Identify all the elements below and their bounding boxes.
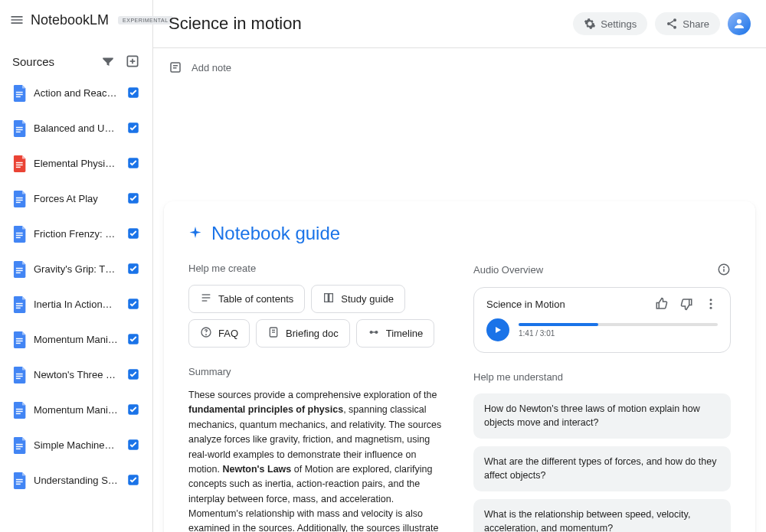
add-source-button[interactable] (125, 54, 140, 69)
checkbox-checked-icon[interactable] (126, 227, 140, 240)
svg-rect-13 (16, 167, 21, 168)
svg-rect-29 (16, 308, 21, 308)
filter-button[interactable] (100, 54, 116, 69)
source-item[interactable]: Newton's Three Laws… (0, 357, 152, 392)
svg-rect-9 (16, 132, 21, 132)
checkbox-checked-icon[interactable] (126, 191, 140, 205)
play-button[interactable] (486, 318, 509, 341)
svg-point-73 (710, 303, 712, 305)
svg-point-54 (737, 19, 741, 24)
add-note-row[interactable]: Add note (153, 48, 766, 86)
guide-title: Notebook guide (211, 223, 340, 244)
checkbox-checked-icon[interactable] (126, 156, 140, 170)
svg-rect-3 (16, 92, 23, 93)
svg-rect-32 (16, 341, 23, 341)
source-label: Momentum Mania: Inves… (34, 404, 119, 416)
svg-point-62 (206, 335, 207, 335)
toc-icon (200, 292, 212, 306)
source-label: Understanding Speed, Ve… (34, 475, 119, 486)
source-item[interactable]: Gravity's Grip: The Force… (0, 251, 152, 286)
gdoc-icon (12, 260, 26, 277)
audio-card: Science in Motion (473, 287, 731, 353)
page-title: Science in motion (169, 14, 302, 34)
checkbox-checked-icon[interactable] (126, 403, 140, 416)
sidebar-header: NotebookLM EXPERIMENTAL (0, 0, 152, 40)
source-item[interactable]: Momentum Mania: Inves… (0, 321, 152, 357)
source-item[interactable]: Understanding Speed, Ve… (0, 462, 152, 498)
audio-progress-bar[interactable] (519, 323, 718, 326)
main: Science in motion Settings Share Add not… (153, 0, 766, 532)
gdoc-icon (12, 119, 26, 136)
thumbs-down-icon[interactable] (679, 297, 693, 311)
question-chip[interactable]: What are the different types of forces, … (473, 446, 731, 491)
share-button[interactable]: Share (655, 12, 720, 35)
svg-rect-8 (16, 129, 23, 130)
svg-rect-49 (16, 484, 21, 485)
more-icon[interactable] (704, 297, 718, 311)
svg-point-72 (710, 299, 712, 301)
thumbs-up-icon[interactable] (655, 297, 669, 311)
settings-button[interactable]: Settings (573, 12, 647, 35)
checkbox-checked-icon[interactable] (126, 262, 140, 276)
checkbox-checked-icon[interactable] (126, 121, 140, 135)
chip-study-guide[interactable]: Study guide (311, 285, 405, 313)
svg-rect-31 (16, 338, 23, 339)
add-note-label: Add note (192, 62, 231, 73)
source-item[interactable]: Inertia In Action… (0, 286, 152, 321)
gdoc-icon (12, 295, 26, 312)
source-item[interactable]: Action and Reaction (0, 75, 152, 110)
play-icon (493, 325, 502, 335)
chip-label: FAQ (218, 328, 238, 339)
chip-briefing-doc[interactable]: Briefing doc (256, 319, 350, 348)
svg-rect-15 (16, 197, 23, 198)
svg-point-71 (724, 267, 725, 268)
source-item[interactable]: Friction Frenzy: Explorin… (0, 216, 152, 251)
svg-point-52 (667, 22, 670, 25)
svg-rect-5 (16, 96, 21, 97)
svg-rect-23 (16, 268, 23, 269)
chip-label: Table of contents (218, 293, 293, 305)
source-item[interactable]: Simple Machines Make… (0, 427, 152, 462)
gdoc-icon (12, 190, 26, 207)
checkbox-checked-icon[interactable] (126, 473, 140, 487)
avatar[interactable] (728, 12, 751, 35)
question-chip[interactable]: How do Newton's three laws of motion exp… (473, 393, 731, 439)
menu-button[interactable] (9, 11, 25, 29)
svg-point-68 (375, 331, 378, 334)
svg-rect-20 (16, 235, 23, 236)
chip-label: Timeline (386, 328, 424, 339)
share-icon (666, 18, 678, 30)
chip-table-of-contents[interactable]: Table of contents (188, 285, 305, 313)
checkbox-checked-icon[interactable] (126, 332, 140, 346)
svg-rect-43 (16, 444, 23, 445)
svg-rect-25 (16, 273, 21, 273)
source-item[interactable]: Momentum Mania: Inves… (0, 392, 152, 427)
source-label: Momentum Mania: Inves… (34, 334, 119, 345)
svg-point-53 (673, 26, 676, 29)
svg-rect-16 (16, 200, 23, 201)
source-label: Elemental Physics, Third… (34, 158, 119, 169)
checkbox-checked-icon[interactable] (126, 438, 140, 452)
source-label: Inertia In Action… (34, 299, 119, 310)
svg-rect-39 (16, 409, 23, 410)
chip-faq[interactable]: FAQ (188, 319, 250, 348)
sources-heading-row: Sources (0, 40, 152, 75)
svg-rect-24 (16, 270, 23, 271)
question-chip[interactable]: What is the relationship between speed, … (473, 499, 731, 532)
info-icon[interactable] (717, 263, 731, 276)
checkbox-checked-icon[interactable] (126, 86, 140, 100)
source-item[interactable]: Forces At Play (0, 181, 152, 216)
note-icon (169, 60, 182, 74)
audio-overview-label: Audio Overview (473, 264, 543, 276)
checkbox-checked-icon[interactable] (126, 297, 140, 311)
chip-timeline[interactable]: Timeline (356, 319, 435, 348)
gdoc-icon (12, 401, 26, 418)
summary-label: Summary (188, 366, 446, 377)
summary-text: These sources provide a comprehensive ex… (188, 388, 446, 532)
checkbox-checked-icon[interactable] (126, 367, 140, 381)
source-item[interactable]: Balanced and Unbalance… (0, 110, 152, 145)
plus-box-icon (125, 54, 140, 69)
source-item[interactable]: Elemental Physics, Third… (0, 145, 152, 181)
chips-row: Table of contentsStudy guideFAQBriefing … (188, 285, 446, 348)
gdoc-icon (12, 331, 26, 348)
